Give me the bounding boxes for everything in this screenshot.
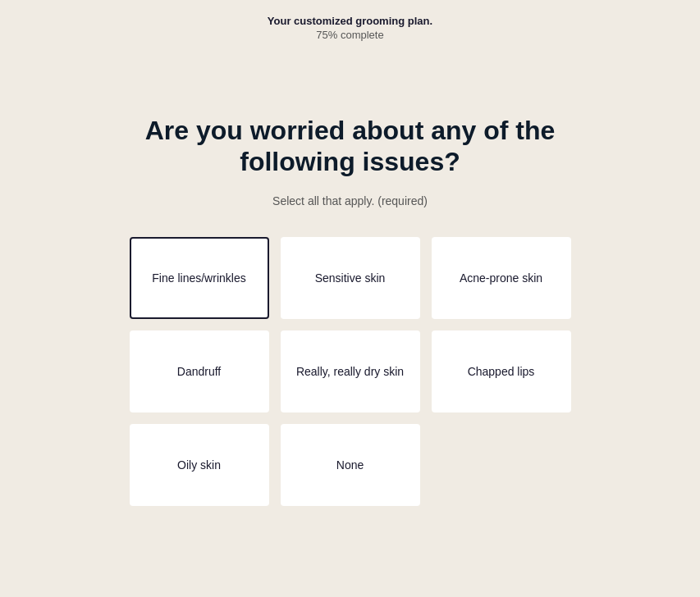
option-label-chapped-lips: Chapped lips [468,365,535,378]
option-acne-prone[interactable]: Acne-prone skin [432,237,571,319]
option-none[interactable]: None [281,424,420,506]
options-grid: Fine lines/wrinkles Sensitive skin Acne-… [130,237,571,506]
option-label-dandruff: Dandruff [177,365,221,378]
header-progress: 75% complete [268,29,432,41]
main-content: Are you worried about any of the followi… [63,115,638,506]
option-label-fine-lines: Fine lines/wrinkles [152,271,245,285]
option-oily-skin[interactable]: Oily skin [130,424,269,506]
question-subtitle: Select all that apply. (required) [272,194,428,207]
option-sensitive-skin[interactable]: Sensitive skin [281,237,420,319]
option-label-oily-skin: Oily skin [177,458,221,472]
option-dandruff[interactable]: Dandruff [130,330,269,412]
grid-spacer [432,424,571,506]
option-label-dry-skin: Really, really dry skin [296,365,404,378]
option-chapped-lips[interactable]: Chapped lips [432,330,571,412]
option-dry-skin[interactable]: Really, really dry skin [281,330,420,412]
option-label-sensitive-skin: Sensitive skin [315,271,386,285]
option-fine-lines[interactable]: Fine lines/wrinkles [130,237,269,319]
question-title: Are you worried about any of the followi… [129,115,572,178]
header-title: Your customized grooming plan. [268,15,432,27]
header: Your customized grooming plan. 75% compl… [268,0,432,49]
option-label-acne-prone: Acne-prone skin [460,271,542,285]
option-label-none: None [336,458,364,472]
